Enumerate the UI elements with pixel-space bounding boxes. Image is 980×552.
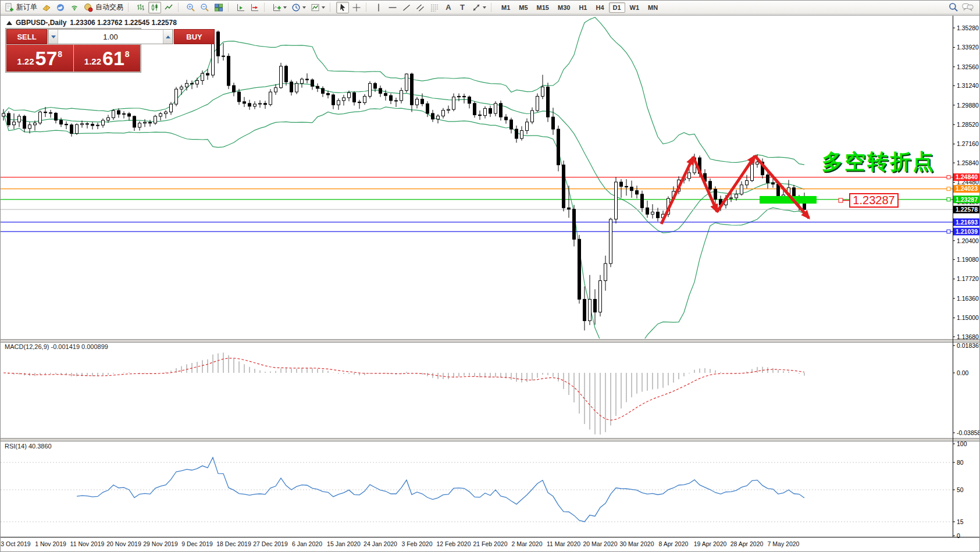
toolbar-grip (264, 3, 268, 12)
candle-body (505, 117, 508, 120)
crosshair-tool-button[interactable] (350, 2, 363, 13)
down-arrow-icon (51, 35, 56, 38)
templates-button[interactable] (309, 2, 327, 13)
vertical-line-tool-button[interactable] (372, 2, 385, 13)
line-end-marker[interactable] (947, 176, 950, 179)
fibonacci-tool-button[interactable] (428, 2, 441, 13)
candlestick-mode-button[interactable] (148, 2, 161, 13)
timeframe-button-D1[interactable]: D1 (609, 2, 625, 13)
zoom-out-button[interactable] (198, 2, 211, 13)
macd-tick-label: -0.038585 (957, 429, 980, 436)
chart-shift-button[interactable] (248, 2, 261, 13)
text-tool-button[interactable]: A (442, 2, 455, 13)
buy-price-prefix: 1.22 (84, 56, 101, 66)
price-badge-label: 1.21039 (956, 228, 978, 235)
price-tick-label: 1.17720 (957, 275, 979, 282)
cursor-tool-button[interactable] (336, 2, 349, 13)
autotrading-button[interactable]: 自动交易 (82, 2, 125, 13)
sell-price-display[interactable]: 1.22 57 8 (6, 45, 73, 72)
timeframe-button-MN[interactable]: MN (644, 2, 662, 13)
collapse-panel-icon[interactable] (6, 21, 12, 25)
price-tick-label: 1.29880 (957, 102, 979, 109)
buy-price-display[interactable]: 1.22 61 8 (74, 45, 141, 72)
trend-arrow[interactable] (755, 156, 809, 218)
candle-body (646, 208, 649, 214)
timeframe-button-H4[interactable]: H4 (591, 2, 608, 13)
new-order-button[interactable]: 新订单 (3, 2, 39, 13)
highlight-rectangle[interactable] (760, 196, 817, 204)
line-end-marker[interactable] (947, 198, 950, 201)
timeframe-button-M30[interactable]: M30 (554, 2, 574, 13)
text-label-tool-icon: T (460, 3, 465, 12)
buy-button[interactable]: BUY (174, 29, 215, 44)
date-tick-label: 19 Apr 2020 (694, 540, 727, 547)
line-end-marker[interactable] (947, 230, 950, 233)
price-tick-label: 1.13680 (957, 333, 979, 340)
dropdown-caret-icon (322, 6, 325, 9)
price-callout-label[interactable]: 1.23287 (849, 193, 899, 208)
indicators-button[interactable] (270, 2, 288, 13)
volume-input[interactable] (58, 30, 163, 44)
horizontal-line-tool-button[interactable] (386, 2, 399, 13)
arrows-tool-button[interactable] (470, 2, 488, 13)
new-order-label: 新订单 (16, 2, 37, 12)
timeframe-button-M5[interactable]: M5 (515, 2, 532, 13)
bar-chart-mode-button[interactable] (134, 2, 147, 13)
candle-body (452, 97, 455, 109)
volume-decrease-button[interactable] (48, 30, 58, 44)
candle-body (384, 94, 387, 96)
candle-body (751, 164, 754, 180)
chart-canvas[interactable]: 1.352801.339201.325601.312401.298801.285… (1, 1, 980, 552)
candle-body (86, 124, 89, 124)
channel-tool-button[interactable] (414, 2, 427, 13)
timeframe-button-M15[interactable]: M15 (533, 2, 553, 13)
price-tick-label: 1.35280 (957, 24, 979, 31)
candle-body (18, 116, 21, 122)
candle-body (578, 239, 581, 299)
line-chart-mode-button[interactable] (162, 2, 175, 13)
price-badge-label: 1.21693 (956, 219, 978, 226)
timeframe-button-H1[interactable]: H1 (575, 2, 591, 13)
candle-body (144, 122, 147, 123)
line-end-marker[interactable] (947, 187, 950, 191)
candle-body (353, 92, 356, 102)
volume-increase-button[interactable] (163, 30, 173, 44)
zoom-out-icon (200, 3, 209, 12)
clock-icon (291, 3, 301, 12)
trend-arrow[interactable] (661, 157, 693, 224)
trend-arrow[interactable] (693, 157, 717, 212)
bar-chart-icon (136, 3, 145, 12)
chat-icon[interactable] (962, 2, 974, 12)
candle-body (657, 212, 660, 218)
trendline-tool-button[interactable] (400, 2, 413, 13)
sell-button[interactable]: SELL (6, 29, 47, 44)
candle-body (233, 86, 236, 92)
candle-body (442, 111, 445, 116)
search-icon[interactable] (949, 2, 958, 12)
horizontal-lines (1, 177, 953, 232)
timeframe-button-W1[interactable]: W1 (626, 2, 644, 13)
toolbar-grip (491, 3, 494, 12)
candle-body (112, 111, 115, 117)
market-watch-button[interactable] (40, 2, 53, 13)
tile-windows-button[interactable] (212, 2, 225, 13)
candle-body (97, 125, 99, 126)
mql-community-button[interactable] (54, 2, 67, 13)
price-badge-label: 1.24023 (956, 185, 978, 192)
auto-scroll-button[interactable] (234, 2, 247, 13)
candle-body (332, 95, 335, 105)
price-tick-label: 1.25840 (957, 159, 979, 166)
candle-body (170, 104, 173, 112)
signals-button[interactable] (68, 2, 81, 13)
candle-body (290, 82, 293, 92)
zoom-in-button[interactable] (184, 2, 197, 13)
candle-body (447, 109, 450, 110)
turning-point-annotation[interactable]: 多空转折点 (822, 148, 935, 176)
trend-arrow[interactable] (717, 156, 755, 212)
candle-body (426, 104, 429, 113)
candle-body (379, 88, 382, 94)
date-tick-label: 6 Jan 2020 (292, 540, 322, 547)
periods-button[interactable] (290, 2, 308, 13)
timeframe-button-M1[interactable]: M1 (497, 2, 514, 13)
text-label-tool-button[interactable]: T (456, 2, 469, 13)
